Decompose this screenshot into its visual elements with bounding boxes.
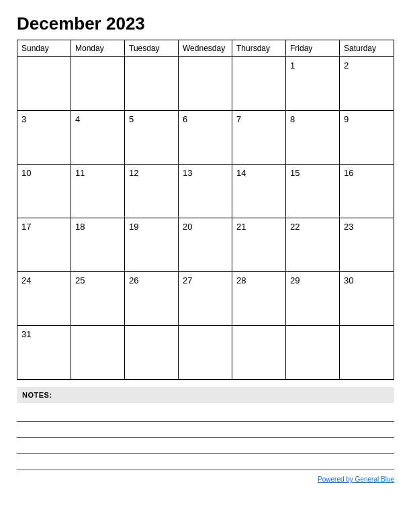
calendar-cell: 8: [286, 111, 340, 165]
calendar-cell: [125, 326, 179, 380]
calendar-cell: 31: [17, 326, 71, 380]
notes-line: [17, 407, 394, 422]
calendar-cell: 30: [340, 272, 394, 326]
calendar-cell: 3: [17, 111, 71, 165]
page-title: December 2023: [17, 13, 394, 34]
calendar-cell: [286, 326, 340, 380]
calendar-cell: 26: [125, 272, 179, 326]
calendar-cell: 13: [179, 165, 232, 218]
calendar-cell: [179, 57, 232, 111]
calendar-cell: [17, 57, 71, 111]
day-header: Friday: [286, 40, 340, 56]
calendar-cell: [232, 57, 286, 111]
calendar-grid: 1234567891011121314151617181920212223242…: [17, 57, 394, 380]
calendar-cell: 28: [232, 272, 286, 326]
calendar-cell: 12: [125, 165, 179, 218]
calendar-cell: [340, 326, 394, 380]
notes-line: [17, 423, 394, 438]
calendar-cell: [71, 57, 125, 111]
calendar-cell: 4: [71, 111, 125, 165]
notes-line: [17, 439, 394, 454]
calendar-cell: 14: [232, 165, 286, 218]
powered-by: Powered by General Blue: [17, 476, 394, 483]
calendar-cell: 22: [286, 218, 340, 272]
calendar-cell: [125, 57, 179, 111]
calendar-cell: 25: [71, 272, 125, 326]
calendar-cell: 7: [232, 111, 286, 165]
day-header: Wednesday: [179, 40, 232, 56]
calendar-cell: 11: [71, 165, 125, 218]
day-header: Saturday: [340, 40, 394, 56]
calendar-cell: 1: [286, 57, 340, 111]
calendar-cell: 15: [286, 165, 340, 218]
calendar-cell: 6: [179, 111, 232, 165]
calendar-cell: 19: [125, 218, 179, 272]
calendar-cell: 29: [286, 272, 340, 326]
day-header: Sunday: [17, 40, 71, 56]
calendar-cell: 17: [17, 218, 71, 272]
calendar-cell: 20: [179, 218, 232, 272]
calendar-cell: [232, 326, 286, 380]
calendar-cell: [179, 326, 232, 380]
day-header: Monday: [71, 40, 125, 56]
calendar-cell: 2: [340, 57, 394, 111]
calendar-cell: [71, 326, 125, 380]
calendar-cell: 21: [232, 218, 286, 272]
day-header: Thursday: [232, 40, 286, 56]
calendar-cell: 23: [340, 218, 394, 272]
calendar-header: SundayMondayTuesdayWednesdayThursdayFrid…: [17, 40, 394, 57]
calendar-cell: 24: [17, 272, 71, 326]
calendar-cell: 16: [340, 165, 394, 218]
notes-line: [17, 455, 394, 470]
notes-label: NOTES:: [17, 387, 394, 403]
calendar: SundayMondayTuesdayWednesdayThursdayFrid…: [17, 40, 394, 380]
calendar-cell: 27: [179, 272, 232, 326]
calendar-cell: 10: [17, 165, 71, 218]
day-header: Tuesday: [125, 40, 179, 56]
powered-by-link[interactable]: Powered by General Blue: [318, 476, 394, 483]
notes-section: NOTES:: [17, 387, 394, 470]
calendar-cell: 9: [340, 111, 394, 165]
calendar-cell: 5: [125, 111, 179, 165]
calendar-cell: 18: [71, 218, 125, 272]
